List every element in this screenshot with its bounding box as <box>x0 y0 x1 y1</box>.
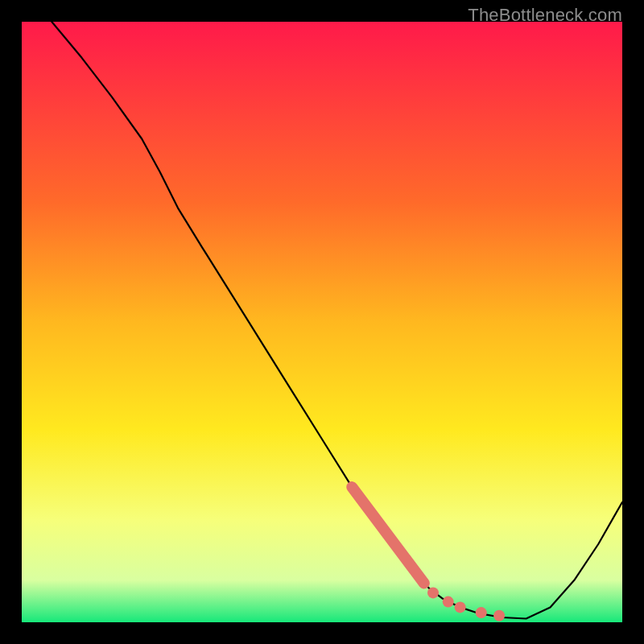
gradient-background <box>22 22 622 622</box>
chart-svg <box>22 22 622 622</box>
highlight-dot <box>443 597 454 608</box>
highlight-dot <box>476 607 487 618</box>
bottleneck-chart <box>22 22 622 622</box>
highlight-dot <box>455 601 466 613</box>
highlight-dot <box>427 587 439 598</box>
highlight-dot <box>493 610 505 621</box>
